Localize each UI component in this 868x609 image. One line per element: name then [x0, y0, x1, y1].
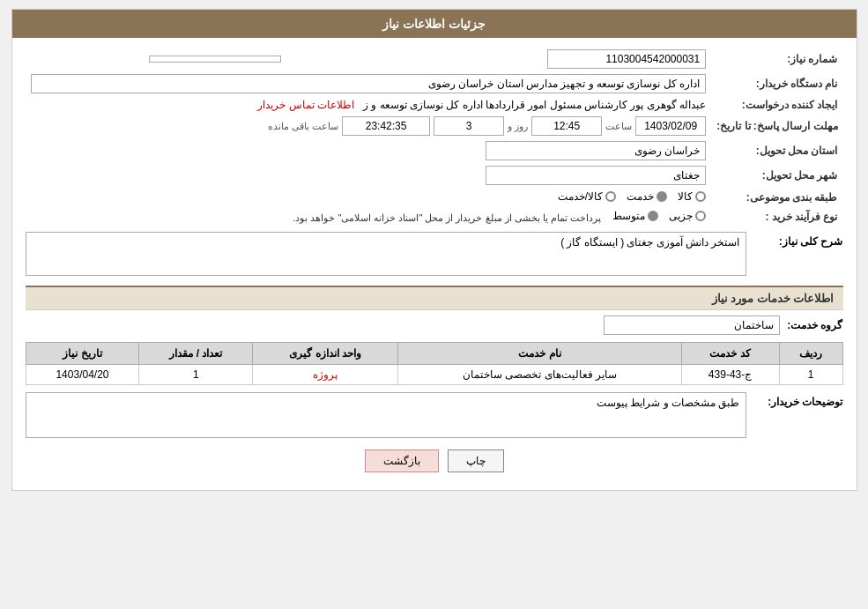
col-date: تاریخ نیاز — [26, 343, 139, 365]
cell-unit[interactable]: پروژه — [253, 365, 398, 385]
radio-kala-khedmat[interactable] — [605, 191, 616, 202]
radio-jozii-label: جزیی — [669, 210, 693, 222]
requester-label: ایجاد کننده درخواست: — [711, 96, 842, 114]
services-section-title: اطلاعات خدمات مورد نیاز — [26, 286, 843, 310]
cell-row: 1 — [779, 365, 842, 385]
page-title: جزئیات اطلاعات نیاز — [382, 17, 486, 31]
radio-khedmat-label: خدمت — [627, 190, 654, 203]
city-display: جغتای — [486, 166, 706, 185]
announcement-date — [149, 56, 281, 63]
deadline-time: 12:45 — [531, 116, 602, 136]
col-row: ردیف — [779, 343, 842, 365]
col-unit: واحد اندازه گیری — [253, 343, 398, 365]
purchase-type-row: جزیی متوسط پرداخت تمام یا بخشی از مبلغ خ… — [26, 207, 712, 227]
service-group-value: ساختمان — [604, 316, 780, 335]
cell-code: ج-43-439 — [681, 365, 779, 385]
need-number-value: 1103004542000031 — [401, 47, 711, 71]
col-code: کد خدمت — [681, 343, 779, 365]
radio-kala[interactable] — [695, 191, 706, 202]
radio-jozii[interactable] — [695, 211, 706, 221]
radio-motovaset[interactable] — [648, 211, 658, 221]
announcement-value — [26, 47, 287, 71]
buyer-notes-textarea[interactable] — [26, 392, 746, 438]
need-number-display: 1103004542000031 — [547, 49, 706, 69]
province-label: استان محل تحویل: — [711, 138, 842, 163]
deadline-days: 3 — [434, 116, 504, 136]
service-group-label: گروه خدمت: — [787, 319, 842, 331]
requester-contact-link[interactable]: اطلاعات تماس خریدار — [257, 99, 354, 111]
announcement-label — [286, 47, 401, 71]
info-section: شماره نیاز: 1103004542000031 نام دستگاه … — [26, 47, 843, 227]
deadline-date: 1403/02/09 — [635, 116, 706, 136]
cell-date: 1403/04/20 — [26, 365, 139, 385]
button-row: چاپ بازگشت — [26, 449, 843, 472]
print-button[interactable]: چاپ — [448, 449, 504, 472]
category-options: کالا خدمت کالا/خدمت — [26, 188, 712, 207]
purchase-type-note: پرداخت تمام یا بخشی از مبلغ خریدار از مح… — [293, 212, 601, 223]
radio-khedmat[interactable] — [657, 191, 667, 202]
deadline-row: 1403/02/09 ساعت 12:45 روز و 3 23:42:35 س… — [26, 114, 712, 138]
deadline-remaining: 23:42:35 — [342, 116, 430, 136]
table-row: 1 ج-43-439 سایر فعالیت‌های تخصصی ساختمان… — [26, 365, 842, 385]
radio-kala-khedmat-label: کالا/خدمت — [558, 190, 603, 203]
deadline-label: مهلت ارسال پاسخ: تا تاریخ: — [711, 114, 842, 138]
buyer-org-display: اداره کل نوسازی توسعه و تجهیز مدارس استا… — [31, 74, 707, 93]
deadline-day-label: روز و — [508, 121, 528, 132]
buyer-org-label: نام دستگاه خریدار: — [711, 71, 842, 96]
page-header: جزئیات اطلاعات نیاز — [12, 10, 857, 38]
requester-text: عبداله گوهری پور کارشناس مسئول امور قرار… — [363, 99, 706, 111]
cell-name: سایر فعالیت‌های تخصصی ساختمان — [398, 365, 681, 385]
radio-motovaset-label: متوسط — [612, 210, 645, 222]
city-label: شهر محل تحویل: — [711, 163, 842, 188]
buyer-notes-label: توضیحات خریدار: — [768, 396, 842, 408]
purchase-type-label: نوع فرآیند خرید : — [711, 207, 842, 227]
deadline-remaining-label: ساعت باقی مانده — [268, 121, 338, 132]
requester-value: عبداله گوهری پور کارشناس مسئول امور قرار… — [26, 96, 712, 114]
need-number-label: شماره نیاز: — [711, 47, 842, 71]
category-label: طبقه بندی موضوعی: — [711, 188, 842, 207]
province-value: خراسان رضوی — [26, 138, 712, 163]
deadline-time-label: ساعت — [605, 121, 632, 132]
services-table: ردیف کد خدمت نام خدمت واحد اندازه گیری ت… — [26, 342, 843, 385]
col-name: نام خدمت — [398, 343, 681, 365]
province-display: خراسان رضوی — [486, 141, 706, 160]
description-textarea[interactable] — [26, 232, 746, 276]
city-value: جغتای — [26, 163, 712, 188]
buyer-org-value: اداره کل نوسازی توسعه و تجهیز مدارس استا… — [26, 71, 712, 96]
cell-qty: 1 — [139, 365, 253, 385]
radio-kala-label: کالا — [678, 190, 693, 203]
back-button[interactable]: بازگشت — [365, 449, 439, 472]
description-label: شرح کلی نیاز: — [779, 235, 843, 248]
col-qty: تعداد / مقدار — [139, 343, 253, 365]
